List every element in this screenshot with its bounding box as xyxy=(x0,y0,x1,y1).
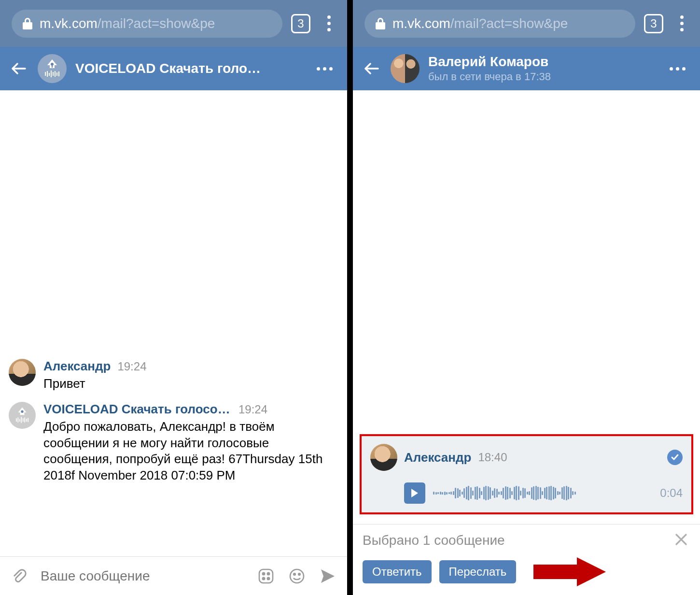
chat-avatar[interactable] xyxy=(391,54,420,83)
emoji-icon[interactable] xyxy=(287,567,307,586)
voice-duration: 0:04 xyxy=(660,486,683,500)
svg-rect-5 xyxy=(51,71,52,77)
tab-switcher[interactable]: 3 xyxy=(644,14,663,33)
chat-title: Валерий Комаров xyxy=(428,54,656,70)
reply-button[interactable]: Ответить xyxy=(363,560,432,583)
attach-icon[interactable] xyxy=(10,567,29,586)
back-arrow-icon[interactable] xyxy=(363,59,382,78)
voiceload-icon xyxy=(41,57,63,80)
chat-header: Валерий Комаров был в сети вчера в 17:38 xyxy=(353,47,700,90)
svg-point-23 xyxy=(267,577,269,579)
avatar[interactable] xyxy=(9,402,36,429)
chat-header: VOICELOAD Скачать голо… xyxy=(0,47,347,90)
right-pane: m.vk.com/mail?act=show&pe 3 Валерий Кома… xyxy=(353,0,700,595)
svg-rect-12 xyxy=(17,417,18,422)
compose-bar xyxy=(0,556,347,595)
lock-icon xyxy=(375,17,386,30)
voice-message-selected[interactable]: Александр 18:40 0:04 xyxy=(360,434,693,514)
svg-rect-9 xyxy=(58,71,59,76)
voiceload-icon xyxy=(13,406,32,425)
svg-point-22 xyxy=(263,577,265,579)
message-row[interactable]: Александр 19:24 Привет xyxy=(0,354,347,397)
url-text: m.vk.com/mail?act=show&pe xyxy=(392,16,568,31)
voice-player: 0:04 xyxy=(404,482,683,504)
message-text: Добро пожаловать, Александр! в твоём соо… xyxy=(43,419,338,484)
lock-icon xyxy=(22,17,33,30)
svg-rect-8 xyxy=(56,72,57,76)
tab-switcher[interactable]: 3 xyxy=(291,14,310,33)
dice-icon[interactable] xyxy=(256,567,276,586)
svg-rect-13 xyxy=(19,419,20,422)
svg-rect-4 xyxy=(49,73,50,76)
message-sender[interactable]: Александр xyxy=(43,359,111,374)
selection-count: Выбрано 1 сообщение xyxy=(363,533,674,548)
back-arrow-icon[interactable] xyxy=(10,59,29,78)
message-time: 18:40 xyxy=(478,451,507,464)
svg-rect-14 xyxy=(21,417,22,423)
svg-rect-16 xyxy=(24,417,25,422)
avatar[interactable] xyxy=(9,359,36,386)
waveform[interactable] xyxy=(433,484,652,502)
svg-rect-17 xyxy=(26,419,27,422)
url-bar[interactable]: m.vk.com/mail?act=show&pe xyxy=(364,10,635,38)
browser-menu-icon[interactable] xyxy=(319,15,338,31)
svg-rect-6 xyxy=(53,72,54,76)
message-time: 19:24 xyxy=(238,403,267,416)
more-icon[interactable] xyxy=(665,62,690,75)
selection-bar: Выбрано 1 сообщение Ответить Переслать xyxy=(353,524,700,595)
svg-rect-1 xyxy=(52,66,53,68)
avatar[interactable] xyxy=(370,444,397,471)
svg-point-10 xyxy=(21,410,23,412)
message-sender[interactable]: Александр xyxy=(404,450,471,465)
svg-point-20 xyxy=(263,572,265,574)
svg-rect-3 xyxy=(47,71,48,77)
svg-point-21 xyxy=(267,572,269,574)
play-button[interactable] xyxy=(404,482,425,504)
message-sender[interactable]: VOICELOAD Скачать голосовое с… xyxy=(43,402,232,417)
message-list[interactable]: Александр 18:40 0:04 xyxy=(353,90,700,524)
svg-rect-15 xyxy=(23,418,24,422)
left-pane: m.vk.com/mail?act=show&pe 3 VOICEL xyxy=(0,0,347,595)
chat-avatar[interactable] xyxy=(38,54,67,83)
svg-point-26 xyxy=(298,573,300,575)
browser-menu-icon[interactable] xyxy=(672,15,691,31)
svg-rect-18 xyxy=(28,418,28,422)
svg-rect-11 xyxy=(16,418,17,422)
send-icon[interactable] xyxy=(318,567,337,586)
annotation-arrow-icon xyxy=(533,557,606,586)
message-row[interactable]: VOICELOAD Скачать голосовое с… 19:24 Доб… xyxy=(0,397,347,489)
selected-check-icon[interactable] xyxy=(667,450,683,465)
more-icon[interactable] xyxy=(312,62,337,75)
forward-button[interactable]: Переслать xyxy=(439,560,517,583)
close-icon[interactable] xyxy=(674,532,690,549)
chat-status: был в сети вчера в 17:38 xyxy=(428,71,656,83)
message-input[interactable] xyxy=(41,568,245,584)
url-bar[interactable]: m.vk.com/mail?act=show&pe xyxy=(12,10,282,38)
pane-divider xyxy=(347,0,353,595)
svg-point-24 xyxy=(290,569,304,583)
svg-point-0 xyxy=(51,63,54,66)
svg-rect-2 xyxy=(45,72,46,76)
browser-bar: m.vk.com/mail?act=show&pe 3 xyxy=(353,0,700,47)
chat-title: VOICELOAD Скачать голо… xyxy=(75,61,303,76)
browser-bar: m.vk.com/mail?act=show&pe 3 xyxy=(0,0,347,47)
url-text: m.vk.com/mail?act=show&pe xyxy=(40,16,215,31)
svg-rect-7 xyxy=(55,71,56,77)
svg-rect-19 xyxy=(259,569,273,583)
svg-point-25 xyxy=(294,573,295,575)
message-text: Привет xyxy=(43,376,338,392)
message-list[interactable]: Александр 19:24 Привет xyxy=(0,90,347,556)
message-time: 19:24 xyxy=(117,360,146,373)
